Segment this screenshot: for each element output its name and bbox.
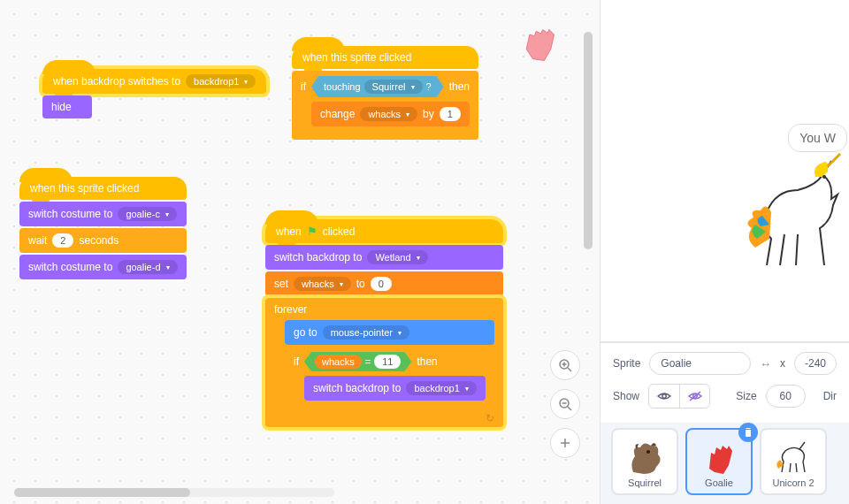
xy-icon: ↔ (760, 357, 771, 370)
sprite-list: Squirrel Goalie Unicorn 2 (600, 423, 849, 504)
block-label: switch costume to (28, 261, 112, 273)
svg-point-11 (662, 394, 666, 398)
block-if-then[interactable]: if touching Squirrel▾ ? then change whac… (292, 71, 478, 140)
size-input[interactable]: 60 (766, 385, 806, 408)
dropdown-backdrop[interactable]: Wetland▾ (367, 250, 427, 264)
blocks-workspace[interactable]: when backdrop switches to backdrop1▾ hid… (0, 0, 600, 504)
block-label: switch backdrop to (274, 251, 362, 263)
block-switch-costume-1[interactable]: switch costume to goalie-c▾ (19, 202, 187, 226)
green-flag-icon: ⚑ (307, 225, 317, 238)
svg-line-1 (568, 368, 571, 371)
block-label: hide (51, 101, 72, 113)
block-label: when backdrop switches to (53, 75, 180, 88)
zoom-controls (550, 350, 580, 458)
dropdown-costume[interactable]: goalie-d▾ (118, 260, 177, 274)
block-label: change (320, 108, 355, 120)
block-label: when (276, 225, 302, 238)
sprite-tile-unicorn2[interactable]: Unicorn 2 (760, 428, 827, 495)
input-wait-seconds[interactable]: 2 (52, 233, 73, 248)
sprite-name-input[interactable]: Goalie (649, 352, 751, 375)
block-label: if (301, 80, 306, 93)
script-sprite-clicked-costume[interactable]: when this sprite clicked switch costume … (19, 177, 187, 279)
block-switch-costume-2[interactable]: switch costume to goalie-d▾ (19, 255, 187, 279)
show-label: Show (613, 390, 639, 402)
sprite-tile-goalie[interactable]: Goalie (685, 428, 753, 495)
hat-when-this-sprite-clicked[interactable]: when this sprite clicked (19, 177, 187, 200)
block-change-variable-by[interactable]: change whacks▾ by 1 (311, 102, 470, 126)
sprite-tile-label: Unicorn 2 (772, 477, 814, 488)
block-hide[interactable]: hide (42, 95, 92, 118)
block-label: when this sprite clicked (30, 182, 139, 195)
block-forever[interactable]: forever go to mouse-pointer▾ if whacks =… (265, 298, 503, 427)
size-label: Size (736, 390, 756, 402)
script-green-flag[interactable]: when ⚑ clicked switch backdrop to Wetlan… (265, 219, 503, 427)
hat-when-this-sprite-clicked[interactable]: when this sprite clicked (292, 46, 478, 69)
dropdown-variable[interactable]: whacks▾ (360, 107, 417, 121)
right-pane: You W Sprite Goalie ↔ x -240 Show (600, 0, 849, 504)
zoom-out-button[interactable] (550, 389, 580, 419)
sprite-name-label: Sprite (613, 357, 640, 370)
direction-label: Dir (823, 390, 837, 402)
reporter-variable[interactable]: whacks (315, 355, 362, 369)
block-label: go to (294, 326, 317, 339)
block-label: to (356, 278, 365, 290)
x-input[interactable]: -240 (794, 352, 837, 375)
block-label: set (274, 278, 288, 290)
sprite-tile-squirrel[interactable]: Squirrel (611, 428, 678, 495)
squirrel-thumbnail (624, 437, 665, 477)
block-label: by (423, 108, 434, 120)
dropdown-backdrop[interactable]: backdrop1▾ (406, 381, 476, 395)
block-switch-backdrop-2[interactable]: switch backdrop to backdrop1▾ (304, 376, 486, 401)
svg-point-10 (822, 175, 826, 179)
dropdown-variable[interactable]: whacks▾ (294, 277, 351, 291)
dropdown-backdrop[interactable]: backdrop1▾ (186, 74, 256, 88)
block-switch-backdrop[interactable]: switch backdrop to Wetland▾ (265, 245, 503, 270)
block-label: seconds (79, 234, 119, 247)
sprite-on-stage-unicorn[interactable] (745, 150, 849, 274)
block-if-then[interactable]: if whacks = 11 then switch backdrop to b… (285, 347, 494, 414)
loop-arrow-icon: ↻ (486, 412, 494, 424)
zoom-in-button[interactable] (550, 350, 580, 380)
sprite-tile-label: Goalie (705, 477, 733, 488)
dropdown-touching[interactable]: Squirrel▾ (364, 80, 423, 94)
block-label: if (294, 355, 299, 368)
input-set-value[interactable]: 0 (371, 277, 392, 291)
input-equals-value[interactable]: 11 (374, 355, 401, 369)
dropdown-target[interactable]: mouse-pointer▾ (323, 325, 409, 340)
x-label: x (780, 357, 785, 370)
block-label: clicked (323, 225, 356, 238)
hat-when-backdrop-switches[interactable]: when backdrop switches to backdrop1▾ (42, 69, 266, 94)
unicorn-thumbnail (773, 437, 814, 477)
script-backdrop-switch[interactable]: when backdrop switches to backdrop1▾ hid… (42, 69, 266, 118)
stage[interactable]: You W (600, 0, 849, 341)
hat-when-green-flag-clicked[interactable]: when ⚑ clicked (265, 219, 503, 243)
svg-point-14 (646, 450, 650, 454)
sprite-tile-label: Squirrel (628, 477, 662, 488)
block-label: when this sprite clicked (302, 51, 411, 64)
reporter-touching[interactable]: touching Squirrel▾ ? (311, 76, 444, 97)
cursor-glove-icon (518, 25, 559, 65)
svg-line-5 (568, 407, 571, 410)
block-label: wait (28, 234, 47, 247)
input-change-amount[interactable]: 1 (440, 107, 461, 121)
show-visible-button[interactable] (649, 385, 679, 408)
delete-sprite-button[interactable] (738, 423, 758, 442)
block-label: switch costume to (28, 208, 112, 220)
block-label: then (449, 80, 470, 93)
svg-line-9 (828, 154, 840, 166)
zoom-reset-button[interactable] (550, 428, 580, 458)
vertical-scrollbar[interactable] (584, 32, 593, 451)
block-set-variable[interactable]: set whacks▾ to 0 (265, 271, 503, 296)
block-wait[interactable]: wait 2 seconds (19, 228, 187, 253)
show-hidden-button[interactable] (679, 385, 709, 408)
goalie-thumbnail (699, 437, 739, 477)
speech-bubble: You W (788, 124, 847, 152)
sprite-info-panel: Sprite Goalie ↔ x -240 Show Size 60 Dir (600, 341, 849, 423)
block-go-to[interactable]: go to mouse-pointer▾ (285, 320, 494, 345)
horizontal-scrollbar[interactable] (14, 488, 334, 497)
block-label: forever (274, 303, 307, 316)
script-sprite-clicked-touching[interactable]: when this sprite clicked if touching Squ… (292, 46, 478, 140)
block-label: then (417, 355, 437, 368)
reporter-equals[interactable]: whacks = 11 (304, 352, 411, 371)
dropdown-costume[interactable]: goalie-c▾ (118, 207, 177, 221)
